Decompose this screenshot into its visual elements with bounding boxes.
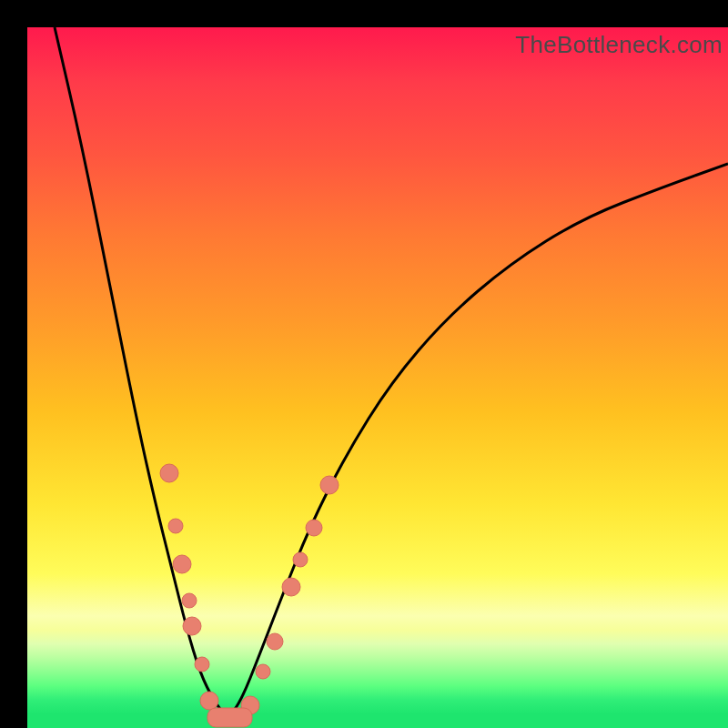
left-curve	[55, 27, 228, 719]
chart-svg	[27, 27, 728, 728]
bottom-pill	[207, 708, 252, 727]
left-dot	[183, 617, 201, 635]
left-dot	[200, 692, 218, 710]
right-dot	[282, 578, 300, 596]
left-dot	[173, 555, 191, 573]
right-dot	[320, 476, 339, 494]
left-dot	[160, 464, 178, 482]
right-dot	[306, 520, 322, 536]
right-curve	[228, 164, 728, 719]
right-dot	[293, 552, 308, 567]
chart-frame: TheBottleneck.com	[0, 0, 728, 728]
plot-area: TheBottleneck.com	[27, 27, 728, 728]
right-dot	[256, 664, 270, 679]
right-dot	[267, 633, 283, 650]
left-dot	[182, 593, 197, 608]
left-dot	[168, 519, 183, 533]
left-dot	[195, 657, 209, 672]
